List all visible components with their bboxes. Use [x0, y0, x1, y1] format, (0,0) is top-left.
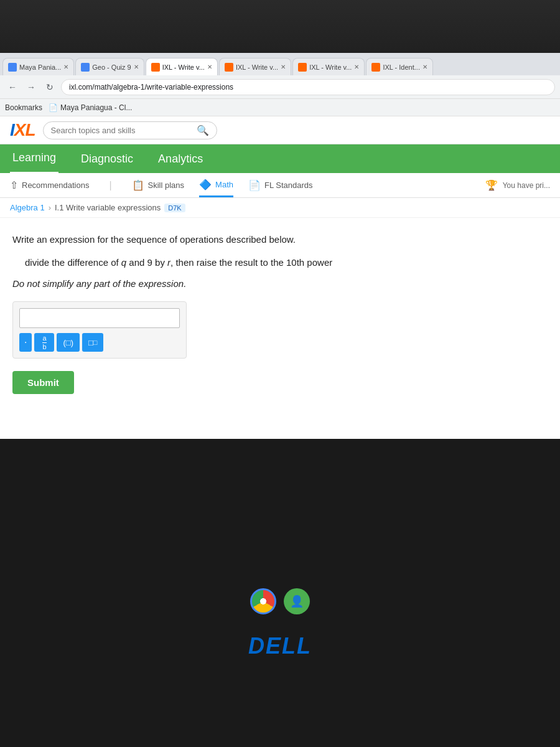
- tab-favicon: [225, 63, 233, 72]
- ixl-logo[interactable]: IXL: [10, 120, 35, 140]
- fraction-icon: a b: [42, 335, 46, 350]
- back-button[interactable]: ←: [5, 80, 20, 95]
- flstandards-icon: 📄: [248, 179, 261, 191]
- bookmark-icon: 📄: [49, 103, 58, 112]
- tab-ixl-2[interactable]: IXL - Write v... ✕: [219, 58, 291, 75]
- nav-label-diagnostic: Diagnostic: [81, 153, 133, 165]
- math-icon: 🔷: [199, 179, 212, 190]
- nav-item-diagnostic[interactable]: Diagnostic: [78, 145, 136, 173]
- tab-favicon: [298, 63, 307, 72]
- tab-favicon: [151, 63, 160, 72]
- breadcrumb-parent[interactable]: Algebra 1: [10, 203, 45, 212]
- question-instruction: Do not simplify any part of the expressi…: [12, 278, 548, 289]
- tab-favicon: [81, 63, 90, 72]
- tab-close[interactable]: ✕: [207, 63, 212, 70]
- tab-ixl-4[interactable]: IXL - Ident... ✕: [366, 58, 433, 75]
- address-bar-row: ← → ↻: [0, 75, 560, 99]
- tab-label: IXL - Write v...: [309, 63, 352, 71]
- tab-geo[interactable]: Geo - Quiz 9 ✕: [75, 58, 144, 75]
- subnav-label-flstandards: FL Standards: [264, 181, 313, 190]
- ixl-logo-i: I: [10, 120, 14, 139]
- breadcrumb-code: D7K: [164, 204, 185, 212]
- question-detail: divide the difference of q and 9 by r, t…: [12, 256, 548, 270]
- breadcrumb-child: I.1 Write variable expressions: [55, 203, 161, 212]
- search-icon: 🔍: [197, 125, 209, 136]
- tab-ixl-3[interactable]: IXL - Write v... ✕: [292, 58, 365, 75]
- user-taskbar-icon[interactable]: 👤: [284, 588, 310, 614]
- recommendations-icon: ⇧: [10, 179, 18, 191]
- chrome-taskbar-icon[interactable]: [250, 588, 276, 614]
- bookmark-item-maya[interactable]: 📄 Maya Paniagua - Cl...: [45, 102, 136, 113]
- subnav-right: 🏆 You have pri...: [485, 179, 550, 191]
- nav-label-analytics: Analytics: [158, 153, 203, 165]
- tab-label: Geo - Quiz 9: [92, 63, 131, 71]
- tab-close[interactable]: ✕: [63, 63, 68, 70]
- bookmarks-label: Bookmarks: [5, 103, 42, 112]
- browser-window: Maya Pania... ✕ Geo - Quiz 9 ✕ IXL - Wri…: [0, 53, 560, 439]
- ixl-nav: Learning Diagnostic Analytics: [0, 144, 560, 173]
- trophy-icon: 🏆: [485, 179, 498, 191]
- math-btn-fraction[interactable]: a b: [34, 333, 54, 352]
- forward-button[interactable]: →: [24, 80, 39, 95]
- answer-input[interactable]: [19, 308, 180, 328]
- tab-close[interactable]: ✕: [422, 63, 427, 70]
- math-btn-dot[interactable]: ·: [19, 333, 32, 352]
- math-toolbar: · a b (□) □□: [19, 333, 180, 352]
- subnav-recommendations[interactable]: ⇧ Recommendations: [10, 174, 89, 196]
- bookmark-text: Maya Paniagua - Cl...: [60, 103, 132, 112]
- nav-label-learning: Learning: [12, 151, 56, 164]
- tab-favicon: [8, 63, 17, 72]
- ixl-logo-xl: XL: [14, 120, 35, 139]
- subnav-separator-1: |: [109, 180, 111, 191]
- nav-item-learning[interactable]: Learning: [10, 144, 58, 174]
- taskbar: 👤: [250, 588, 310, 614]
- subnav-label-recommendations: Recommendations: [22, 181, 89, 190]
- math-btn-parentheses[interactable]: (□): [57, 333, 80, 352]
- tab-label: IXL - Write v...: [236, 63, 278, 71]
- math-btn-superscript[interactable]: □□: [82, 333, 103, 352]
- submit-label: Submit: [27, 377, 59, 388]
- chrome-tab-bar: Maya Pania... ✕ Geo - Quiz 9 ✕ IXL - Wri…: [0, 53, 560, 75]
- answer-area: · a b (□) □□: [12, 301, 187, 359]
- tab-ixl-active[interactable]: IXL - Write v... ✕: [146, 58, 218, 75]
- bookmarks-bar: Bookmarks 📄 Maya Paniagua - Cl...: [0, 99, 560, 116]
- main-content: Write an expression for the sequence of …: [0, 218, 560, 409]
- tab-close[interactable]: ✕: [134, 63, 139, 70]
- tab-label: Maya Pania...: [19, 63, 61, 71]
- subnav-right-text: You have pri...: [503, 181, 550, 190]
- breadcrumb-separator: ›: [49, 203, 51, 212]
- tab-favicon: [371, 63, 380, 72]
- tab-label: IXL - Write v...: [162, 63, 205, 71]
- laptop-bottom: 👤 DELL: [0, 576, 560, 747]
- subnav-skillplans[interactable]: 📋 Skill plans: [132, 174, 185, 196]
- tab-maya[interactable]: Maya Pania... ✕: [2, 58, 74, 75]
- breadcrumb: Algebra 1 › I.1 Write variable expressio…: [0, 198, 560, 218]
- subnav-flstandards[interactable]: 📄 FL Standards: [248, 174, 313, 196]
- tab-label: IXL - Ident...: [383, 63, 420, 71]
- tab-close[interactable]: ✕: [281, 63, 286, 70]
- tab-close[interactable]: ✕: [354, 63, 359, 70]
- ixl-header: IXL 🔍: [0, 116, 560, 144]
- submit-button[interactable]: Submit: [12, 371, 74, 394]
- search-bar[interactable]: 🔍: [43, 121, 217, 139]
- refresh-button[interactable]: ↻: [42, 80, 57, 95]
- subnav-label-math: Math: [215, 180, 233, 189]
- skillplans-icon: 📋: [132, 179, 144, 191]
- address-input[interactable]: [61, 79, 555, 95]
- nav-item-analytics[interactable]: Analytics: [156, 145, 205, 173]
- search-input[interactable]: [51, 126, 193, 135]
- dell-logo: DELL: [248, 633, 312, 659]
- ixl-subnav: ⇧ Recommendations | 📋 Skill plans 🔷 Math…: [0, 173, 560, 198]
- subnav-math[interactable]: 🔷 Math: [199, 174, 233, 197]
- dell-brand-text: DELL: [248, 633, 312, 659]
- question-intro: Write an expression for the sequence of …: [12, 233, 548, 247]
- subnav-label-skillplans: Skill plans: [148, 181, 185, 190]
